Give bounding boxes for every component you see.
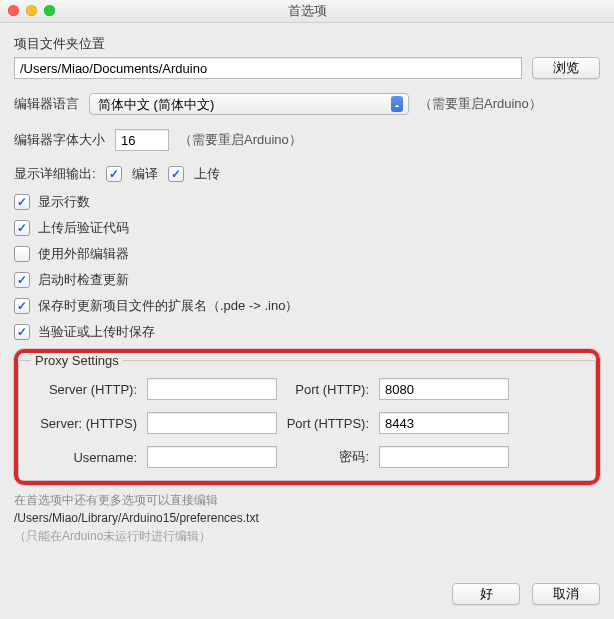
language-note: （需要重启Arduino） [419, 95, 542, 113]
minimize-icon[interactable] [26, 5, 37, 16]
verbose-compile-checkbox[interactable] [106, 166, 122, 182]
proxy-password-input[interactable] [379, 446, 509, 468]
language-label: 编辑器语言 [14, 95, 79, 113]
window-title: 首选项 [288, 2, 327, 20]
proxy-password-label: 密码: [283, 448, 373, 466]
ok-button[interactable]: 好 [452, 583, 520, 605]
opt-line-numbers-checkbox[interactable] [14, 194, 30, 210]
proxy-legend: Proxy Settings [31, 353, 123, 368]
close-icon[interactable] [8, 5, 19, 16]
opt-update-ext-checkbox[interactable] [14, 298, 30, 314]
opt-external-editor-label: 使用外部编辑器 [38, 245, 129, 263]
proxy-http-port-input[interactable] [379, 378, 509, 400]
opt-verify-after-upload-checkbox[interactable] [14, 220, 30, 236]
window-controls [8, 5, 55, 16]
proxy-https-port-label: Port (HTTPS): [283, 416, 373, 431]
fontsize-input[interactable] [115, 129, 169, 151]
fontsize-note: （需要重启Arduino） [179, 131, 302, 149]
opt-save-on-verify-checkbox[interactable] [14, 324, 30, 340]
zoom-icon[interactable] [44, 5, 55, 16]
opt-verify-after-upload-label: 上传后验证代码 [38, 219, 129, 237]
proxy-https-server-input[interactable] [147, 412, 277, 434]
verbose-label: 显示详细输出: [14, 165, 96, 183]
footer-only-text: （只能在Arduino未运行时进行编辑） [14, 527, 600, 545]
proxy-http-server-input[interactable] [147, 378, 277, 400]
browse-button[interactable]: 浏览 [532, 57, 600, 79]
sketchbook-path-input[interactable] [14, 57, 522, 79]
opt-line-numbers-label: 显示行数 [38, 193, 90, 211]
footer-more-text: 在首选项中还有更多选项可以直接编辑 [14, 491, 600, 509]
sketchbook-label: 项目文件夹位置 [14, 35, 600, 53]
opt-update-ext-label: 保存时更新项目文件的扩展名（.pde -> .ino） [38, 297, 298, 315]
opt-save-on-verify-label: 当验证或上传时保存 [38, 323, 155, 341]
proxy-username-input[interactable] [147, 446, 277, 468]
verbose-upload-label: 上传 [194, 165, 220, 183]
opt-check-updates-checkbox[interactable] [14, 272, 30, 288]
opt-external-editor-checkbox[interactable] [14, 246, 30, 262]
cancel-button[interactable]: 取消 [532, 583, 600, 605]
title-bar: 首选项 [0, 0, 614, 23]
proxy-https-port-input[interactable] [379, 412, 509, 434]
opt-check-updates-label: 启动时检查更新 [38, 271, 129, 289]
proxy-username-label: Username: [31, 450, 141, 465]
verbose-compile-label: 编译 [132, 165, 158, 183]
proxy-http-port-label: Port (HTTP): [283, 382, 373, 397]
proxy-https-server-label: Server: (HTTPS) [31, 416, 141, 431]
fontsize-label: 编辑器字体大小 [14, 131, 105, 149]
proxy-fieldset: Proxy Settings Server (HTTP): Port (HTTP… [18, 353, 596, 481]
proxy-http-server-label: Server (HTTP): [31, 382, 141, 397]
language-select[interactable]: 简体中文 (简体中文) [89, 93, 409, 115]
footer-note: 在首选项中还有更多选项可以直接编辑 /Users/Miao/Library/Ar… [14, 491, 600, 545]
verbose-upload-checkbox[interactable] [168, 166, 184, 182]
footer-path-text: /Users/Miao/Library/Arduino15/preference… [14, 509, 600, 527]
